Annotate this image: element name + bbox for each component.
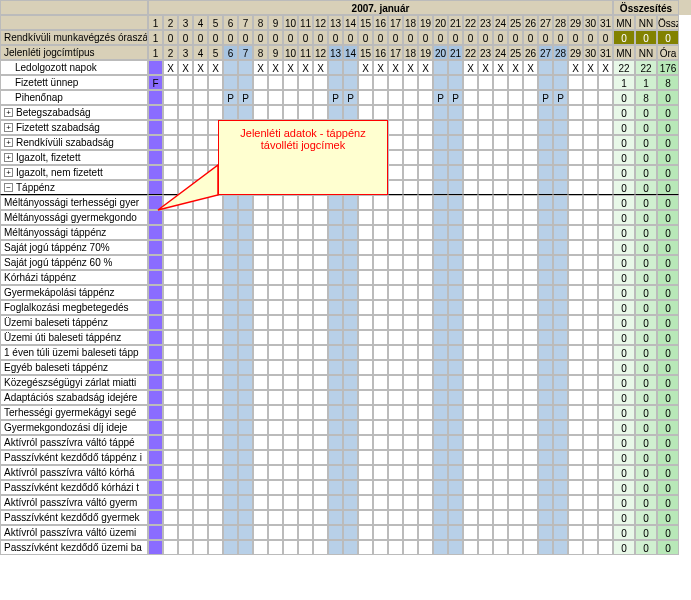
subcell-6-2[interactable]: [163, 285, 178, 300]
subcell-2-19[interactable]: [418, 225, 433, 240]
hours-day-22[interactable]: 0: [463, 30, 478, 45]
cell-3-28[interactable]: [553, 105, 568, 120]
subcell-21-16[interactable]: [373, 510, 388, 525]
subcell-16-19[interactable]: [418, 435, 433, 450]
subcell-23-13[interactable]: [328, 540, 343, 555]
cell-6-25[interactable]: [508, 150, 523, 165]
subcell-22-3[interactable]: [178, 525, 193, 540]
subcell-15-13[interactable]: [328, 420, 343, 435]
hours-day-12[interactable]: 0: [313, 30, 328, 45]
subcell-19-8[interactable]: [253, 480, 268, 495]
cell-4-23[interactable]: [478, 120, 493, 135]
cell-2-1[interactable]: [148, 90, 163, 105]
subcell-8-16[interactable]: [373, 315, 388, 330]
subcell-2-29[interactable]: [568, 225, 583, 240]
subcell-15-30[interactable]: [583, 420, 598, 435]
subcell-8-9[interactable]: [268, 315, 283, 330]
subcell-19-7[interactable]: [238, 480, 253, 495]
subcell-20-5[interactable]: [208, 495, 223, 510]
subcell-7-20[interactable]: [433, 300, 448, 315]
cell-5-27[interactable]: [538, 135, 553, 150]
subcell-20-6[interactable]: [223, 495, 238, 510]
hours-day-17[interactable]: 0: [388, 30, 403, 45]
subcell-23-20[interactable]: [433, 540, 448, 555]
subcell-22-15[interactable]: [358, 525, 373, 540]
subcell-12-26[interactable]: [523, 375, 538, 390]
subcell-14-31[interactable]: [598, 405, 613, 420]
subcell-18-17[interactable]: [388, 465, 403, 480]
subcell-1-12[interactable]: [313, 210, 328, 225]
subcell-16-8[interactable]: [253, 435, 268, 450]
subcell-10-8[interactable]: [253, 345, 268, 360]
subcell-4-16[interactable]: [373, 255, 388, 270]
cell-0-9[interactable]: X: [268, 60, 283, 75]
subcell-21-2[interactable]: [163, 510, 178, 525]
subcell-12-23[interactable]: [478, 375, 493, 390]
subcell-0-7[interactable]: [238, 195, 253, 210]
subcell-20-22[interactable]: [463, 495, 478, 510]
cell-1-28[interactable]: [553, 75, 568, 90]
subcell-13-15[interactable]: [358, 390, 373, 405]
subcell-14-23[interactable]: [478, 405, 493, 420]
subcell-16-10[interactable]: [283, 435, 298, 450]
cell-2-8[interactable]: [253, 90, 268, 105]
cell-1-20[interactable]: [433, 75, 448, 90]
subcell-19-1[interactable]: [148, 480, 163, 495]
subcell-18-16[interactable]: [373, 465, 388, 480]
subcell-19-27[interactable]: [538, 480, 553, 495]
subcell-17-13[interactable]: [328, 450, 343, 465]
subcell-6-28[interactable]: [553, 285, 568, 300]
subcell-16-5[interactable]: [208, 435, 223, 450]
expander-icon[interactable]: +: [4, 153, 13, 162]
subcell-10-25[interactable]: [508, 345, 523, 360]
subcell-19-15[interactable]: [358, 480, 373, 495]
subcell-9-23[interactable]: [478, 330, 493, 345]
subcell-13-2[interactable]: [163, 390, 178, 405]
subcell-22-25[interactable]: [508, 525, 523, 540]
subcell-11-16[interactable]: [373, 360, 388, 375]
subcell-7-22[interactable]: [463, 300, 478, 315]
subcell-11-30[interactable]: [583, 360, 598, 375]
subcell-12-4[interactable]: [193, 375, 208, 390]
subcell-12-7[interactable]: [238, 375, 253, 390]
cell-6-29[interactable]: [568, 150, 583, 165]
subcell-12-18[interactable]: [403, 375, 418, 390]
subcell-4-18[interactable]: [403, 255, 418, 270]
subcell-8-18[interactable]: [403, 315, 418, 330]
cell-1-12[interactable]: [313, 75, 328, 90]
subcell-13-19[interactable]: [418, 390, 433, 405]
subcell-11-21[interactable]: [448, 360, 463, 375]
subcell-11-23[interactable]: [478, 360, 493, 375]
subcell-23-19[interactable]: [418, 540, 433, 555]
subcell-12-5[interactable]: [208, 375, 223, 390]
cell-1-8[interactable]: [253, 75, 268, 90]
subcell-17-29[interactable]: [568, 450, 583, 465]
subcell-10-12[interactable]: [313, 345, 328, 360]
subcell-19-21[interactable]: [448, 480, 463, 495]
expander-icon[interactable]: +: [4, 138, 13, 147]
subcell-2-30[interactable]: [583, 225, 598, 240]
subcell-7-16[interactable]: [373, 300, 388, 315]
subcell-22-23[interactable]: [478, 525, 493, 540]
cell-0-7[interactable]: [238, 60, 253, 75]
subcell-8-29[interactable]: [568, 315, 583, 330]
subcell-9-30[interactable]: [583, 330, 598, 345]
subcell-15-9[interactable]: [268, 420, 283, 435]
cell-0-6[interactable]: [223, 60, 238, 75]
cell-6-21[interactable]: [448, 150, 463, 165]
cell-6-18[interactable]: [403, 150, 418, 165]
subcell-17-19[interactable]: [418, 450, 433, 465]
subcell-14-26[interactable]: [523, 405, 538, 420]
subcell-18-12[interactable]: [313, 465, 328, 480]
subcell-11-19[interactable]: [418, 360, 433, 375]
subcell-21-12[interactable]: [313, 510, 328, 525]
subcell-3-5[interactable]: [208, 240, 223, 255]
subcell-3-30[interactable]: [583, 240, 598, 255]
subcell-1-20[interactable]: [433, 210, 448, 225]
subcell-14-21[interactable]: [448, 405, 463, 420]
subcell-19-31[interactable]: [598, 480, 613, 495]
subcell-11-25[interactable]: [508, 360, 523, 375]
subcell-23-6[interactable]: [223, 540, 238, 555]
subcell-19-4[interactable]: [193, 480, 208, 495]
subcell-16-24[interactable]: [493, 435, 508, 450]
